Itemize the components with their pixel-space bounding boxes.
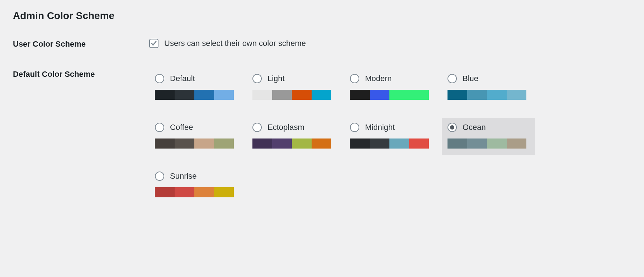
user-color-scheme-field: Users can select their own color scheme xyxy=(149,39,631,48)
color-scheme-radio-coffee[interactable] xyxy=(155,123,164,132)
color-swatch xyxy=(370,90,389,100)
color-scheme-option-midnight[interactable]: Midnight xyxy=(344,118,437,155)
color-scheme-option-blue[interactable]: Blue xyxy=(442,69,535,106)
color-scheme-radio-modern[interactable] xyxy=(350,74,359,83)
user-color-scheme-row: User Color Scheme Users can select their… xyxy=(13,39,631,49)
color-scheme-header: Sunrise xyxy=(155,172,237,181)
color-swatch xyxy=(194,138,214,149)
color-swatch xyxy=(350,90,370,100)
color-swatch xyxy=(292,138,312,149)
color-scheme-name: Midnight xyxy=(365,123,395,132)
color-scheme-option-modern[interactable]: Modern xyxy=(344,69,437,106)
color-swatch xyxy=(214,90,234,100)
color-scheme-name: Ectoplasm xyxy=(267,123,304,132)
admin-color-scheme-section: Admin Color Scheme User Color Scheme Use… xyxy=(0,0,644,234)
color-swatch xyxy=(214,187,234,197)
color-scheme-name: Sunrise xyxy=(170,172,197,181)
color-scheme-name: Modern xyxy=(365,74,392,83)
color-scheme-header: Midnight xyxy=(350,123,432,132)
color-scheme-header: Default xyxy=(155,74,237,83)
color-swatch xyxy=(448,138,467,149)
color-scheme-header: Coffee xyxy=(155,123,237,132)
color-swatches xyxy=(252,138,331,149)
color-scheme-header: Modern xyxy=(350,74,432,83)
color-scheme-option-coffee[interactable]: Coffee xyxy=(149,118,242,155)
color-swatch xyxy=(214,138,234,149)
color-scheme-option-ocean[interactable]: Ocean xyxy=(442,118,535,155)
color-scheme-option-ectoplasm[interactable]: Ectoplasm xyxy=(247,118,340,155)
color-scheme-header: Ectoplasm xyxy=(252,123,334,132)
color-scheme-name: Blue xyxy=(463,74,478,83)
color-scheme-radio-midnight[interactable] xyxy=(350,123,359,132)
color-scheme-option-sunrise[interactable]: Sunrise xyxy=(149,166,242,204)
color-swatches xyxy=(448,90,526,100)
color-scheme-name: Ocean xyxy=(463,123,486,132)
radio-dot-icon xyxy=(450,125,454,130)
color-swatch xyxy=(312,90,331,100)
color-scheme-name: Default xyxy=(170,74,195,83)
user-color-scheme-label: User Color Scheme xyxy=(13,39,149,49)
color-swatch xyxy=(389,138,409,149)
default-color-scheme-field: DefaultLightModernBlueCoffeeEctoplasmMid… xyxy=(149,69,631,204)
color-swatches xyxy=(252,90,331,100)
color-scheme-name: Coffee xyxy=(170,123,193,132)
color-scheme-radio-ocean[interactable] xyxy=(448,123,457,132)
default-color-scheme-label: Default Color Scheme xyxy=(13,69,149,79)
color-scheme-radio-ectoplasm[interactable] xyxy=(252,123,262,132)
color-swatches xyxy=(155,138,234,149)
color-swatch xyxy=(272,90,292,100)
color-swatch xyxy=(507,90,526,100)
color-scheme-name: Light xyxy=(267,74,285,83)
color-swatch xyxy=(350,138,370,149)
color-scheme-header: Light xyxy=(252,74,334,83)
color-swatch xyxy=(155,138,175,149)
user-color-scheme-checkbox-wrapper: Users can select their own color scheme xyxy=(149,39,631,48)
color-swatch xyxy=(292,90,312,100)
color-swatch xyxy=(487,90,507,100)
color-scheme-radio-default[interactable] xyxy=(155,74,164,83)
color-swatch xyxy=(252,90,272,100)
user-color-scheme-checkbox-label: Users can select their own color scheme xyxy=(164,39,306,48)
color-swatch xyxy=(507,138,526,149)
color-swatches xyxy=(350,138,429,149)
color-swatch xyxy=(448,90,467,100)
color-scheme-radio-blue[interactable] xyxy=(448,74,457,83)
color-swatch xyxy=(409,138,429,149)
color-swatch xyxy=(175,90,194,100)
color-swatch xyxy=(175,138,194,149)
color-swatch xyxy=(252,138,272,149)
color-swatch xyxy=(370,138,389,149)
default-color-scheme-row: Default Color Scheme DefaultLightModernB… xyxy=(13,69,631,204)
color-swatch xyxy=(467,90,487,100)
color-scheme-radio-sunrise[interactable] xyxy=(155,172,164,181)
color-swatch xyxy=(467,138,487,149)
color-swatches xyxy=(350,90,429,100)
color-scheme-option-default[interactable]: Default xyxy=(149,69,242,106)
color-scheme-header: Ocean xyxy=(448,123,529,132)
color-swatches xyxy=(448,138,526,149)
color-swatch xyxy=(312,138,331,149)
section-title: Admin Color Scheme xyxy=(13,10,631,22)
color-swatch xyxy=(155,187,175,197)
color-swatches xyxy=(155,187,234,197)
color-swatch xyxy=(155,90,175,100)
color-swatch xyxy=(272,138,292,149)
color-swatch xyxy=(389,90,409,100)
user-color-scheme-checkbox[interactable] xyxy=(149,39,158,48)
color-swatch xyxy=(194,187,214,197)
color-scheme-grid: DefaultLightModernBlueCoffeeEctoplasmMid… xyxy=(149,69,631,204)
color-scheme-option-light[interactable]: Light xyxy=(247,69,340,106)
check-icon xyxy=(151,40,157,47)
color-swatch xyxy=(487,138,507,149)
color-scheme-header: Blue xyxy=(448,74,529,83)
color-swatches xyxy=(155,90,234,100)
color-swatch xyxy=(194,90,214,100)
color-scheme-radio-light[interactable] xyxy=(252,74,262,83)
color-swatch xyxy=(409,90,429,100)
color-swatch xyxy=(175,187,194,197)
